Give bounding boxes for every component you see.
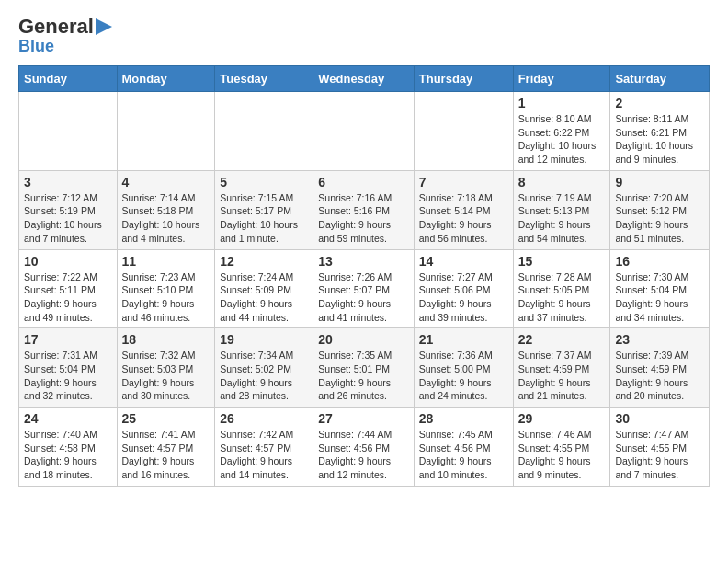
day-info: Sunrise: 7:26 AM Sunset: 5:07 PM Dayligh… (318, 270, 408, 325)
day-number: 1 (518, 96, 606, 110)
day-number: 18 (122, 332, 210, 347)
calendar-cell: 28Sunrise: 7:45 AM Sunset: 4:56 PM Dayli… (414, 408, 513, 487)
weekday-tuesday: Tuesday (215, 66, 313, 92)
calendar-cell (313, 92, 414, 171)
calendar-cell: 23Sunrise: 7:39 AM Sunset: 4:59 PM Dayli… (610, 328, 710, 408)
calendar-cell: 2Sunrise: 8:11 AM Sunset: 6:21 PM Daylig… (610, 92, 710, 171)
day-info: Sunrise: 7:24 AM Sunset: 5:09 PM Dayligh… (220, 270, 308, 325)
day-number: 22 (518, 332, 606, 347)
day-info: Sunrise: 7:23 AM Sunset: 5:10 PM Dayligh… (122, 270, 210, 325)
day-number: 20 (318, 332, 408, 347)
day-info: Sunrise: 7:35 AM Sunset: 5:01 PM Dayligh… (318, 349, 408, 403)
day-number: 24 (24, 411, 112, 426)
day-number: 28 (419, 411, 508, 426)
day-info: Sunrise: 7:42 AM Sunset: 4:57 PM Dayligh… (220, 428, 308, 482)
calendar-cell: 16Sunrise: 7:30 AM Sunset: 5:04 PM Dayli… (610, 249, 710, 328)
logo-arrow-icon (96, 18, 112, 35)
calendar-cell: 6Sunrise: 7:16 AM Sunset: 5:16 PM Daylig… (313, 170, 414, 249)
day-number: 8 (518, 175, 606, 190)
logo-blue: Blue (18, 37, 54, 56)
calendar-cell: 30Sunrise: 7:47 AM Sunset: 4:55 PM Dayli… (610, 408, 710, 487)
day-number: 16 (615, 254, 704, 269)
header: General Blue (18, 15, 710, 56)
day-number: 7 (419, 175, 508, 190)
day-info: Sunrise: 7:44 AM Sunset: 4:56 PM Dayligh… (318, 428, 408, 482)
calendar-cell: 13Sunrise: 7:26 AM Sunset: 5:07 PM Dayli… (313, 249, 414, 328)
day-info: Sunrise: 7:47 AM Sunset: 4:55 PM Dayligh… (615, 428, 704, 482)
svg-marker-0 (96, 18, 112, 35)
day-number: 15 (518, 254, 606, 269)
calendar-cell: 14Sunrise: 7:27 AM Sunset: 5:06 PM Dayli… (414, 249, 513, 328)
weekday-sunday: Sunday (19, 66, 118, 92)
calendar-cell: 10Sunrise: 7:22 AM Sunset: 5:11 PM Dayli… (19, 249, 118, 328)
day-number: 14 (419, 254, 508, 269)
logo: General Blue (18, 15, 112, 56)
calendar-cell: 26Sunrise: 7:42 AM Sunset: 4:57 PM Dayli… (215, 408, 313, 487)
calendar-cell: 9Sunrise: 7:20 AM Sunset: 5:12 PM Daylig… (610, 170, 710, 249)
day-number: 10 (24, 254, 112, 269)
calendar-cell: 19Sunrise: 7:34 AM Sunset: 5:02 PM Dayli… (215, 328, 313, 408)
weekday-thursday: Thursday (414, 66, 513, 92)
calendar-cell: 12Sunrise: 7:24 AM Sunset: 5:09 PM Dayli… (215, 249, 313, 328)
day-info: Sunrise: 7:40 AM Sunset: 4:58 PM Dayligh… (24, 428, 112, 482)
day-info: Sunrise: 7:37 AM Sunset: 4:59 PM Dayligh… (518, 349, 606, 403)
day-number: 26 (220, 411, 308, 426)
day-number: 19 (220, 332, 308, 347)
calendar-cell: 27Sunrise: 7:44 AM Sunset: 4:56 PM Dayli… (313, 408, 414, 487)
weekday-saturday: Saturday (610, 66, 710, 92)
day-number: 25 (122, 411, 210, 426)
day-info: Sunrise: 7:14 AM Sunset: 5:18 PM Dayligh… (122, 191, 210, 246)
calendar-cell: 20Sunrise: 7:35 AM Sunset: 5:01 PM Dayli… (313, 328, 414, 408)
day-number: 30 (615, 411, 704, 426)
calendar-cell: 11Sunrise: 7:23 AM Sunset: 5:10 PM Dayli… (117, 249, 215, 328)
calendar-cell: 24Sunrise: 7:40 AM Sunset: 4:58 PM Dayli… (19, 408, 118, 487)
day-info: Sunrise: 7:27 AM Sunset: 5:06 PM Dayligh… (419, 270, 508, 325)
day-info: Sunrise: 7:20 AM Sunset: 5:12 PM Dayligh… (615, 191, 704, 246)
calendar-cell: 25Sunrise: 7:41 AM Sunset: 4:57 PM Dayli… (117, 408, 215, 487)
day-info: Sunrise: 7:28 AM Sunset: 5:05 PM Dayligh… (518, 270, 606, 325)
calendar-week-5: 24Sunrise: 7:40 AM Sunset: 4:58 PM Dayli… (19, 408, 710, 487)
calendar-cell: 15Sunrise: 7:28 AM Sunset: 5:05 PM Dayli… (513, 249, 610, 328)
weekday-friday: Friday (513, 66, 610, 92)
calendar-cell: 4Sunrise: 7:14 AM Sunset: 5:18 PM Daylig… (117, 170, 215, 249)
calendar-cell: 17Sunrise: 7:31 AM Sunset: 5:04 PM Dayli… (19, 328, 118, 408)
day-number: 9 (615, 175, 704, 190)
weekday-monday: Monday (117, 66, 215, 92)
day-info: Sunrise: 8:10 AM Sunset: 6:22 PM Dayligh… (518, 112, 606, 167)
day-info: Sunrise: 7:22 AM Sunset: 5:11 PM Dayligh… (24, 270, 112, 325)
logo-general: General (18, 15, 94, 39)
calendar-cell (414, 92, 513, 171)
day-info: Sunrise: 7:45 AM Sunset: 4:56 PM Dayligh… (419, 428, 508, 482)
day-number: 12 (220, 254, 308, 269)
calendar-cell (19, 92, 118, 171)
day-info: Sunrise: 7:34 AM Sunset: 5:02 PM Dayligh… (220, 349, 308, 403)
day-number: 3 (24, 175, 112, 190)
calendar-cell: 7Sunrise: 7:18 AM Sunset: 5:14 PM Daylig… (414, 170, 513, 249)
calendar-table: SundayMondayTuesdayWednesdayThursdayFrid… (18, 65, 710, 487)
calendar-cell: 18Sunrise: 7:32 AM Sunset: 5:03 PM Dayli… (117, 328, 215, 408)
day-info: Sunrise: 7:19 AM Sunset: 5:13 PM Dayligh… (518, 191, 606, 246)
day-info: Sunrise: 7:31 AM Sunset: 5:04 PM Dayligh… (24, 349, 112, 403)
weekday-header-row: SundayMondayTuesdayWednesdayThursdayFrid… (19, 66, 710, 92)
day-info: Sunrise: 7:18 AM Sunset: 5:14 PM Dayligh… (419, 191, 508, 246)
calendar-cell: 29Sunrise: 7:46 AM Sunset: 4:55 PM Dayli… (513, 408, 610, 487)
day-info: Sunrise: 7:16 AM Sunset: 5:16 PM Dayligh… (318, 191, 408, 246)
weekday-wednesday: Wednesday (313, 66, 414, 92)
calendar-week-2: 3Sunrise: 7:12 AM Sunset: 5:19 PM Daylig… (19, 170, 710, 249)
calendar-cell: 22Sunrise: 7:37 AM Sunset: 4:59 PM Dayli… (513, 328, 610, 408)
day-info: Sunrise: 7:32 AM Sunset: 5:03 PM Dayligh… (122, 349, 210, 403)
calendar-body: 1Sunrise: 8:10 AM Sunset: 6:22 PM Daylig… (19, 92, 710, 487)
day-info: Sunrise: 7:39 AM Sunset: 4:59 PM Dayligh… (615, 349, 704, 403)
day-number: 29 (518, 411, 606, 426)
day-info: Sunrise: 7:36 AM Sunset: 5:00 PM Dayligh… (419, 349, 508, 403)
day-number: 6 (318, 175, 408, 190)
calendar-cell: 21Sunrise: 7:36 AM Sunset: 5:00 PM Dayli… (414, 328, 513, 408)
day-number: 5 (220, 175, 308, 190)
calendar-week-1: 1Sunrise: 8:10 AM Sunset: 6:22 PM Daylig… (19, 92, 710, 171)
day-number: 27 (318, 411, 408, 426)
calendar-week-4: 17Sunrise: 7:31 AM Sunset: 5:04 PM Dayli… (19, 328, 710, 408)
day-number: 13 (318, 254, 408, 269)
day-number: 2 (615, 96, 704, 110)
day-info: Sunrise: 7:41 AM Sunset: 4:57 PM Dayligh… (122, 428, 210, 482)
day-info: Sunrise: 8:11 AM Sunset: 6:21 PM Dayligh… (615, 112, 704, 167)
